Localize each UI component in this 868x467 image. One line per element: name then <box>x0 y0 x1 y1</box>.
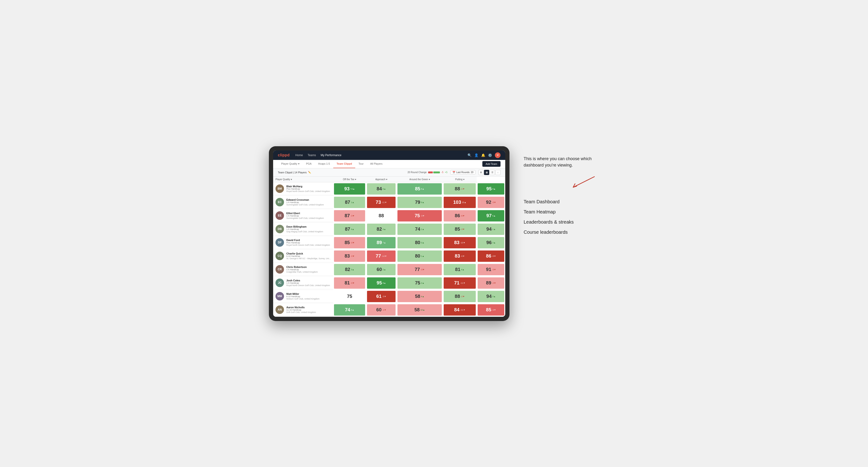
sub-nav-tour[interactable]: Tour <box>355 160 367 168</box>
score-box: 75 2▲ <box>398 277 442 289</box>
table-row: EE Elliot Ebert 1-5 Handicap Sunningdale… <box>273 209 505 222</box>
score-value: 87 <box>345 213 350 218</box>
sub-nav-team-clippd[interactable]: Team Clippd <box>333 160 355 168</box>
player-cell[interactable]: BM Blair McHarg Plus Handicap Royal Nort… <box>273 182 333 195</box>
team-bar: Team Clippd | 14 Players ✏️ 20 Round Cha… <box>273 168 505 177</box>
score-box: 71 -11▼ <box>444 277 476 289</box>
score-box: 88 <box>367 210 396 221</box>
score-cell-approach: 73 -11▼ <box>366 195 397 209</box>
score-cell-approach: 60 -1▼ <box>366 303 397 316</box>
player-cell[interactable]: AN Aaron Nicholls 11-15 Handicap Drift G… <box>273 303 333 316</box>
score-cell-around-green: 58 4▲ <box>397 290 443 303</box>
score-box: 82 4▲ <box>367 224 396 235</box>
score-cell-putting: 83 -10▼ <box>443 236 477 249</box>
player-name: Matt Miller <box>286 292 331 295</box>
player-handicap: Plus Handicap <box>286 242 331 244</box>
score-value: 92 <box>486 199 491 205</box>
player-cell[interactable]: DB Dave Billingham 1-5 Handicap Gog Mago… <box>273 222 333 236</box>
col-header-putting[interactable]: Putting ▾ <box>443 177 477 182</box>
score-value: 77 <box>415 267 420 272</box>
score-cell-approach: 77 -14▼ <box>366 249 397 263</box>
player-cell[interactable]: CR Chris Robertson 1-5 Handicap Craigmil… <box>273 263 333 276</box>
col-header-around-green[interactable]: Around the Green ▾ <box>397 177 443 182</box>
option-team-dashboard: Team Dashboard <box>524 199 599 205</box>
score-box: 58 4▲ <box>398 291 442 302</box>
score-cell-4: 86 -8▼ <box>477 249 505 263</box>
table-row: BM Blair McHarg Plus Handicap Royal Nort… <box>273 182 505 195</box>
player-cell[interactable]: CQ Charlie Quick 6-10 Handicap St. Georg… <box>273 249 333 263</box>
player-name: Edward Crossman <box>286 198 331 201</box>
score-cell-putting: 86 -6▼ <box>443 209 477 222</box>
player-cell[interactable]: MM Matt Miller 6-10 Handicap Woburn Golf… <box>273 290 333 303</box>
score-value: 83 <box>345 253 350 259</box>
col-header-approach[interactable]: Approach ▾ <box>366 177 397 182</box>
player-club: Sunningdale Golf Club, United Kingdom <box>286 217 331 219</box>
score-box: 77 -3▼ <box>398 264 442 275</box>
score-box: 96 3▲ <box>478 237 504 248</box>
add-team-button[interactable]: Add Team <box>483 161 500 167</box>
download-button[interactable]: ↓ <box>495 170 500 175</box>
score-box: 80 1▲ <box>398 250 442 262</box>
score-cell-around-green: 77 -3▼ <box>397 263 443 276</box>
arrow-icon <box>571 176 599 190</box>
score-change: 5▲ <box>492 215 496 217</box>
sub-nav-hcaps[interactable]: Hcaps 1-5 <box>315 160 333 168</box>
avatar: CQ <box>276 252 284 260</box>
list-view-button[interactable]: ☰ <box>490 170 495 175</box>
nav-teams[interactable]: Teams <box>308 154 316 157</box>
player-info: Edward Crossman 1-5 Handicap Sunningdale… <box>286 198 331 206</box>
score-value: 79 <box>415 199 420 205</box>
nav-my-performance[interactable]: My Performance <box>320 154 341 157</box>
score-change: -3▼ <box>350 255 354 257</box>
score-box: 103 15▲ <box>444 197 476 208</box>
score-cell-4: 97 5▲ <box>477 209 505 222</box>
score-change: 1▲ <box>421 228 424 230</box>
player-club: Royal North Devon Golf Club, United King… <box>286 244 331 246</box>
score-value: 97 <box>486 213 492 218</box>
player-name: Dave Billingham <box>286 225 331 228</box>
score-value: 58 <box>414 307 420 312</box>
player-cell[interactable]: EC Edward Crossman 1-5 Handicap Sunningd… <box>273 195 333 209</box>
score-box: 81 4▲ <box>444 264 476 275</box>
table-row: MM Matt Miller 6-10 Handicap Woburn Golf… <box>273 290 505 303</box>
player-info: Aaron Nicholls 11-15 Handicap Drift Golf… <box>286 306 331 313</box>
bell-icon[interactable]: 🔔 <box>481 153 485 157</box>
edit-icon[interactable]: ✏️ <box>308 171 311 174</box>
table-row: DB Dave Billingham 1-5 Handicap Gog Mago… <box>273 222 505 236</box>
player-handicap: 1-5 Handicap <box>286 228 331 230</box>
score-value: 87 <box>345 226 350 232</box>
user-icon[interactable]: 👤 <box>474 153 478 157</box>
player-cell[interactable]: DF David Ford Plus Handicap Royal North … <box>273 236 333 249</box>
score-cell-off-the-tee: 82 3▲ <box>333 263 366 276</box>
search-icon[interactable]: 🔍 <box>467 153 471 157</box>
last-rounds-button[interactable]: 📅 Last Rounds: 20 <box>450 170 475 175</box>
score-value: 75 <box>415 280 420 286</box>
table-row: JC Josh Coles 1-5 Handicap Royal North D… <box>273 276 505 290</box>
player-cell[interactable]: EE Elliot Ebert 1-5 Handicap Sunningdale… <box>273 209 333 222</box>
avatar[interactable]: U <box>495 152 500 158</box>
sub-nav-links: Player Quality ▾ PGA Hcaps 1-5 Team Clip… <box>278 160 385 168</box>
score-cell-4: 85 -4▼ <box>477 303 505 316</box>
player-info: Matt Miller 6-10 Handicap Woburn Golf Cl… <box>286 292 331 300</box>
player-cell[interactable]: JC Josh Coles 1-5 Handicap Royal North D… <box>273 276 333 290</box>
col-header-player[interactable]: Player Quality ▾ <box>273 177 333 182</box>
score-box: 97 5▲ <box>478 210 504 221</box>
score-value: 81 <box>345 280 350 286</box>
score-cell-4: 94 3▲ <box>477 290 505 303</box>
grid-view-button[interactable]: ⊞ <box>478 170 484 175</box>
settings-icon[interactable]: ⚙️ <box>488 153 492 157</box>
annotation-intro: This is where you can choose which dashb… <box>524 156 599 168</box>
sub-nav-pgat[interactable]: Player Quality ▾ <box>278 160 303 168</box>
score-change: -11▼ <box>460 282 465 284</box>
player-name: David Ford <box>286 239 331 242</box>
nav-home[interactable]: Home <box>295 154 303 157</box>
heatmap-view-button[interactable]: ▦ <box>484 170 489 175</box>
table-row: EC Edward Crossman 1-5 Handicap Sunningd… <box>273 195 505 209</box>
score-change: -3▼ <box>421 215 425 217</box>
round-change: 20 Round Change -5 +5 <box>408 171 448 174</box>
score-box: 75 -3▼ <box>398 210 442 221</box>
sub-nav-all-players[interactable]: All Players <box>367 160 386 168</box>
col-header-tee[interactable]: Off the Tee ▾ <box>333 177 366 182</box>
score-value: 75 <box>347 294 352 299</box>
sub-nav-pga[interactable]: PGA <box>303 160 315 168</box>
